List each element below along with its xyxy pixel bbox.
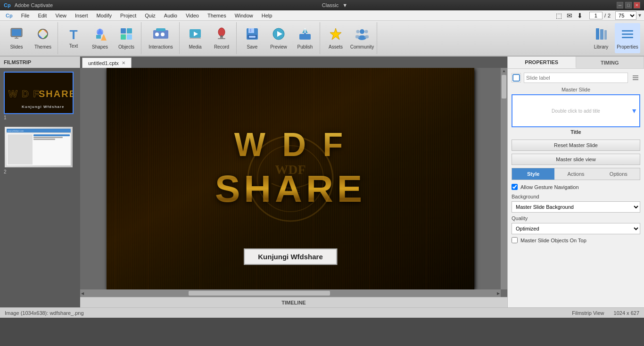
- tab-close-button[interactable]: ✕: [122, 60, 125, 66]
- tab-bar: untitled1.cptx ✕: [80, 57, 507, 68]
- svg-rect-23: [218, 38, 225, 39]
- vertical-scrollbar[interactable]: ▲: [501, 68, 507, 289]
- master-slide-arrow-icon[interactable]: ▼: [631, 107, 637, 115]
- preview-icon: [272, 27, 285, 42]
- toolbar-group-slides: Slides Themes: [2, 22, 58, 54]
- tab-untitled1[interactable]: untitled1.cptx ✕: [82, 58, 132, 68]
- scroll-thumb-horizontal[interactable]: [189, 291, 330, 296]
- record-button[interactable]: Record: [209, 23, 234, 53]
- preview-button[interactable]: Preview: [266, 23, 291, 53]
- allow-gesture-checkbox[interactable]: [512, 184, 518, 190]
- menu-cp[interactable]: Cp: [2, 12, 17, 19]
- email-icon[interactable]: ✉: [565, 12, 574, 19]
- scroll-right-arrow[interactable]: ▶: [496, 290, 501, 297]
- menu-insert[interactable]: Insert: [71, 12, 92, 19]
- media-button[interactable]: Media: [182, 23, 208, 53]
- objects-icon: [120, 27, 133, 42]
- reset-master-slide-button[interactable]: Reset Master Slide: [512, 140, 640, 151]
- menu-view[interactable]: View: [51, 12, 70, 19]
- slides-button[interactable]: Slides: [4, 23, 29, 53]
- status-image-info: Image (1034x638): wdfshare_.png: [5, 310, 84, 316]
- master-slide-preview[interactable]: Double click to add title ▼: [512, 94, 640, 127]
- text-button[interactable]: T Text: [61, 23, 86, 53]
- restore-button[interactable]: □: [625, 2, 632, 8]
- slide-thumb-1[interactable]: W D F SHARE Kunjungi Wfdshare 1: [4, 72, 74, 120]
- objects-label: Objects: [118, 44, 134, 49]
- style-tab-style[interactable]: Style: [512, 168, 554, 180]
- filmstrip-content[interactable]: W D F SHARE Kunjungi Wfdshare 1 www.wfds…: [0, 68, 80, 307]
- slide-thumb-image-2[interactable]: www.wfdshare.com: [4, 126, 74, 168]
- menu-video[interactable]: Video: [182, 12, 203, 19]
- objects-button[interactable]: Objects: [114, 23, 139, 53]
- allow-gesture-label: Allow Gesture Navigation: [520, 184, 579, 190]
- slide-label-input[interactable]: [524, 73, 628, 83]
- tab-properties[interactable]: PROPERTIES: [508, 57, 576, 68]
- download-icon[interactable]: ⬇: [575, 12, 585, 19]
- canvas-subtitle-button[interactable]: Kunjungi Wfdshare: [244, 248, 337, 265]
- svg-rect-78: [513, 74, 520, 81]
- interactions-button[interactable]: Interactions: [144, 23, 177, 53]
- current-page-input[interactable]: [589, 12, 603, 19]
- presentation-icon[interactable]: ⬚: [554, 12, 564, 19]
- svg-point-40: [356, 30, 360, 33]
- properties-button[interactable]: Properties: [615, 23, 640, 53]
- style-tab-options[interactable]: Options: [597, 168, 640, 180]
- quality-select[interactable]: Optimized Best High Medium: [512, 223, 640, 234]
- horizontal-scrollbar[interactable]: ◀ ▶: [80, 289, 501, 297]
- svg-marker-9: [101, 34, 107, 41]
- svg-rect-17: [156, 28, 165, 31]
- menu-window[interactable]: Window: [231, 12, 257, 19]
- theme-label: Classic: [322, 2, 339, 8]
- community-button[interactable]: Community: [349, 23, 375, 53]
- slide-thumb-image-1[interactable]: W D F SHARE Kunjungi Wfdshare: [4, 72, 74, 114]
- menu-themes[interactable]: Themes: [204, 12, 230, 19]
- menu-file[interactable]: File: [17, 12, 33, 19]
- zoom-select[interactable]: 75 50 100 125 150: [615, 11, 636, 20]
- assets-icon: [329, 27, 342, 42]
- shapes-icon: [93, 27, 107, 42]
- assets-button[interactable]: Assets: [323, 23, 348, 53]
- svg-point-74: [248, 136, 333, 221]
- background-dropdown[interactable]: Master Slide Background: [512, 201, 640, 213]
- menu-project[interactable]: Project: [116, 12, 140, 19]
- slide-list-options-icon[interactable]: [631, 73, 640, 82]
- master-objects-checkbox[interactable]: [512, 237, 518, 243]
- menu-modify[interactable]: Modify: [93, 12, 116, 19]
- slide-thumb-2[interactable]: www.wfdshare.com: [4, 126, 74, 174]
- close-button[interactable]: ✕: [634, 2, 640, 8]
- publish-button[interactable]: Publish: [292, 23, 318, 53]
- library-button[interactable]: Library: [588, 23, 614, 53]
- slide-2-preview: www.wfdshare.com: [5, 127, 73, 167]
- shapes-button[interactable]: Shapes: [87, 23, 113, 53]
- record-label: Record: [214, 44, 229, 49]
- menu-quiz[interactable]: Quiz: [141, 12, 159, 19]
- save-button[interactable]: Save: [239, 23, 265, 53]
- app-name: Cp: [4, 2, 11, 8]
- scroll-left-arrow[interactable]: ◀: [80, 290, 85, 297]
- menu-audio[interactable]: Audio: [160, 12, 181, 19]
- menu-help[interactable]: Help: [258, 12, 276, 19]
- filmstrip-header: FILMSTRIP: [0, 57, 80, 68]
- toolbar-group-operations: Save Preview Publish: [238, 22, 320, 54]
- slide-list-icon: [512, 73, 521, 82]
- media-label: Media: [189, 44, 201, 49]
- svg-point-21: [218, 28, 225, 36]
- minimize-button[interactable]: ─: [617, 2, 623, 8]
- background-select[interactable]: Master Slide Background: [512, 202, 640, 212]
- style-tab-actions[interactable]: Actions: [554, 168, 597, 180]
- slide-canvas[interactable]: W D F: [107, 68, 474, 289]
- center-panel: untitled1.cptx ✕ ▲ ◀ ▶: [80, 57, 507, 307]
- master-objects-label: Master Slide Objects On Top: [520, 238, 586, 243]
- svg-rect-1: [12, 29, 21, 36]
- themes-icon: [36, 27, 50, 42]
- svg-rect-27: [250, 29, 251, 32]
- timeline: TIMELINE: [80, 297, 507, 307]
- tab-timing[interactable]: TIMING: [576, 57, 644, 68]
- master-slide-name: Title: [512, 129, 640, 135]
- quality-dropdown[interactable]: Optimized Best High Medium: [512, 223, 640, 234]
- scroll-up-arrow[interactable]: ▲: [501, 68, 507, 74]
- menu-edit[interactable]: Edit: [34, 12, 50, 19]
- themes-button[interactable]: Themes: [30, 23, 56, 53]
- scroll-thumb-vertical[interactable]: [502, 75, 506, 99]
- master-slide-view-button[interactable]: Master slide view: [512, 154, 640, 165]
